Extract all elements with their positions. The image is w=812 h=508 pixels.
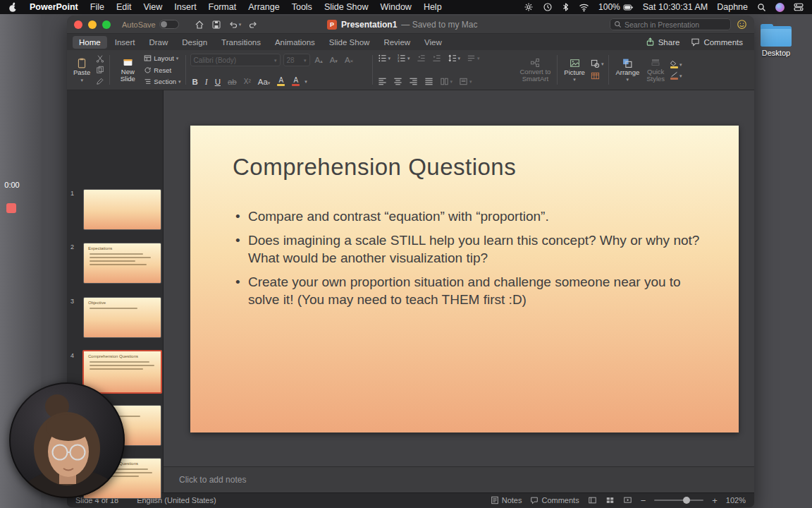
bold-button[interactable]: B (190, 78, 200, 86)
desktop-folder[interactable]: Desktop (758, 24, 794, 57)
text-direction-button[interactable]: ▾ (466, 54, 481, 63)
thumbnail-slide-1[interactable] (83, 189, 161, 230)
shapes-button[interactable]: ▾ (590, 59, 605, 68)
menu-edit[interactable]: Edit (116, 2, 132, 12)
highlight-color-button[interactable]: A (275, 77, 287, 86)
format-painter-button[interactable] (95, 77, 105, 85)
clear-formatting-button[interactable]: A× (343, 56, 355, 64)
zoom-percent[interactable]: 102% (726, 496, 746, 504)
control-center-icon[interactable] (794, 2, 804, 12)
redo-button[interactable] (248, 20, 258, 30)
menu-window[interactable]: Window (380, 2, 411, 12)
feedback-smiley-icon[interactable] (737, 19, 747, 30)
shrink-font-button[interactable]: A▾ (328, 56, 340, 64)
wifi-icon[interactable] (579, 3, 589, 12)
font-color-dropdown[interactable]: ▾ (304, 79, 307, 84)
section-button[interactable]: Section▾ (144, 78, 180, 85)
decrease-indent-button[interactable] (416, 54, 426, 63)
notes-toggle-button[interactable]: Notes (491, 496, 522, 504)
align-text-button[interactable]: ▾ (458, 77, 473, 86)
line-spacing-button[interactable]: ▾ (447, 54, 462, 63)
shape-outline-button[interactable]: ▾ (670, 71, 683, 80)
home-quick-button[interactable] (195, 20, 204, 30)
spotlight-search-icon[interactable] (757, 3, 766, 12)
paste-button[interactable]: Paste ▾ (71, 52, 92, 87)
align-center-button[interactable] (393, 77, 403, 86)
siri-icon[interactable] (775, 3, 785, 12)
notes-pane[interactable]: Click to add notes (164, 466, 754, 492)
menu-clock[interactable]: Sat 10:30:31 AM (643, 2, 708, 12)
time-machine-icon[interactable] (543, 2, 553, 12)
menu-tools[interactable]: Tools (292, 2, 312, 12)
menu-file[interactable]: File (90, 2, 104, 12)
slide-title[interactable]: Comprehension Questions (233, 154, 516, 181)
save-button[interactable] (211, 20, 221, 30)
thumbnail-slide-3[interactable]: Objective (83, 297, 161, 338)
tab-design[interactable]: Design (176, 36, 214, 49)
search-input[interactable] (625, 20, 727, 29)
webcam-overlay[interactable] (9, 382, 125, 498)
italic-button[interactable]: I (203, 78, 210, 86)
table-button[interactable] (590, 71, 605, 80)
bullets-button[interactable]: ▾ (377, 54, 392, 63)
copy-button[interactable] (95, 66, 105, 74)
superscript-button[interactable]: X² (242, 78, 253, 85)
picture-button[interactable]: Picture ▾ (562, 52, 587, 87)
menu-arrange[interactable]: Arrange (248, 2, 279, 12)
tab-transitions[interactable]: Transitions (215, 36, 267, 49)
reset-button[interactable]: Reset (144, 66, 180, 74)
strikethrough-button[interactable]: ab (226, 78, 239, 86)
comments-toggle-button[interactable]: Comments (530, 496, 579, 504)
grow-font-button[interactable]: A▴ (313, 56, 325, 64)
quick-styles-button[interactable]: QuickStyles (644, 52, 667, 87)
convert-to-smartart-button[interactable]: Convert toSmartArt (518, 52, 553, 87)
zoom-window-button[interactable] (102, 20, 111, 29)
tab-home[interactable]: Home (73, 36, 107, 49)
slide-sorter-view-button[interactable] (605, 496, 615, 504)
close-button[interactable] (74, 20, 82, 29)
notes-placeholder[interactable]: Click to add notes (164, 475, 246, 485)
tab-view[interactable]: View (418, 36, 448, 49)
shape-fill-button[interactable]: ▾ (670, 60, 683, 68)
font-color-button[interactable]: A (290, 77, 302, 86)
slide-bullet-3[interactable]: Create your own proportion situation and… (234, 273, 705, 308)
columns-button[interactable]: ▾ (439, 77, 454, 86)
minimize-button[interactable] (88, 20, 97, 29)
zoom-slider-knob[interactable] (683, 497, 690, 504)
bluetooth-icon[interactable] (562, 2, 570, 12)
battery-indicator[interactable]: 100% (598, 2, 634, 12)
numbering-button[interactable]: 123▾ (396, 54, 411, 63)
zoom-in-button[interactable]: + (712, 495, 718, 506)
new-slide-button[interactable]: New Slide (114, 52, 141, 87)
slide-bullet-1[interactable]: Compare and contrast “equation” with “pr… (234, 207, 705, 225)
slide-bullet-2[interactable]: Does imagining a scale STILL help you le… (234, 231, 705, 267)
gear-icon[interactable] (524, 2, 534, 12)
undo-button[interactable]: ▾ (228, 20, 242, 30)
underline-button[interactable]: U (213, 78, 223, 86)
tab-slide-show[interactable]: Slide Show (323, 36, 376, 49)
cut-button[interactable] (95, 54, 105, 63)
change-case-button[interactable]: Aa▾ (256, 78, 273, 86)
normal-view-button[interactable] (588, 496, 597, 504)
tab-insert[interactable]: Insert (109, 36, 142, 49)
menu-format[interactable]: Format (209, 2, 237, 12)
align-right-button[interactable] (408, 77, 419, 86)
slide-editing-area[interactable]: Comprehension Questions Compare and cont… (190, 126, 739, 433)
font-size-combo[interactable]: 28▾ (283, 54, 310, 66)
font-name-combo[interactable]: Calibri (Body)▾ (190, 54, 281, 66)
layout-button[interactable]: Layout▾ (144, 54, 180, 62)
menu-user[interactable]: Daphne (717, 2, 748, 12)
menu-app-name[interactable]: PowerPoint (30, 2, 78, 12)
menu-view[interactable]: View (143, 2, 162, 12)
tab-review[interactable]: Review (377, 36, 417, 49)
autosave-toggle[interactable] (159, 20, 179, 29)
share-button[interactable]: Share (646, 37, 680, 47)
zoom-out-button[interactable]: − (641, 495, 646, 506)
thumbnail-slide-2[interactable]: Expectations (83, 243, 161, 284)
slideshow-view-button[interactable] (623, 496, 632, 504)
menu-insert[interactable]: Insert (174, 2, 196, 12)
arrange-button[interactable]: Arrange ▾ (613, 52, 641, 87)
menu-help[interactable]: Help (424, 2, 442, 12)
tab-animations[interactable]: Animations (269, 36, 321, 49)
comments-button[interactable]: Comments (691, 37, 743, 47)
